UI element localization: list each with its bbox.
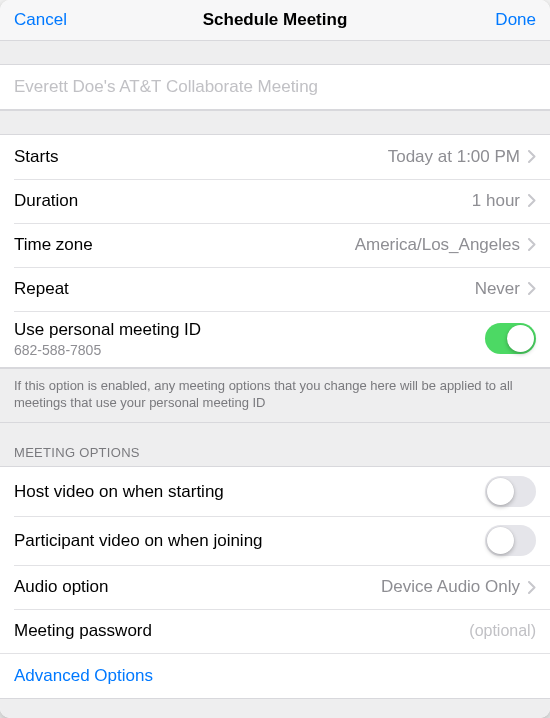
cancel-button[interactable]: Cancel [14, 10, 67, 30]
chevron-right-icon [528, 150, 536, 163]
toggle-knob [487, 527, 514, 554]
personal-meeting-id-row: Use personal meeting ID 682-588-7805 [0, 311, 550, 367]
pmi-label: Use personal meeting ID [14, 320, 201, 340]
chevron-right-icon [528, 581, 536, 594]
repeat-label: Repeat [14, 279, 69, 299]
chevron-right-icon [528, 194, 536, 207]
starts-value: Today at 1:00 PM [388, 147, 520, 167]
host-video-label: Host video on when starting [14, 482, 224, 502]
audio-option-row[interactable]: Audio option Device Audio Only [0, 565, 550, 609]
duration-value: 1 hour [472, 191, 520, 211]
page-title: Schedule Meeting [0, 10, 550, 30]
starts-row[interactable]: Starts Today at 1:00 PM [0, 135, 550, 179]
section-spacer [0, 41, 550, 66]
timezone-label: Time zone [14, 235, 93, 255]
pmi-footer-note: If this option is enabled, any meeting o… [0, 368, 550, 423]
timezone-value: America/Los_Angeles [355, 235, 520, 255]
meeting-password-row[interactable]: Meeting password (optional) [0, 609, 550, 653]
chevron-right-icon [528, 282, 536, 295]
repeat-value: Never [475, 279, 520, 299]
duration-row[interactable]: Duration 1 hour [0, 179, 550, 223]
bottom-spacer [0, 698, 550, 718]
participant-video-label: Participant video on when joining [14, 531, 263, 551]
audio-option-value: Device Audio Only [381, 577, 520, 597]
meeting-title-row[interactable] [0, 65, 550, 109]
repeat-row[interactable]: Repeat Never [0, 267, 550, 311]
advanced-options-link[interactable]: Advanced Options [0, 653, 550, 698]
starts-label: Starts [14, 147, 58, 167]
host-video-toggle[interactable] [485, 476, 536, 507]
navbar: Cancel Schedule Meeting Done [0, 0, 550, 41]
meeting-options-header: MEETING OPTIONS [0, 423, 550, 467]
toggle-knob [487, 478, 514, 505]
audio-option-label: Audio option [14, 577, 109, 597]
host-video-row: Host video on when starting [0, 467, 550, 516]
toggle-knob [507, 325, 534, 352]
participant-video-row: Participant video on when joining [0, 516, 550, 565]
meeting-password-placeholder: (optional) [469, 622, 536, 640]
meeting-title-input[interactable] [14, 77, 536, 97]
participant-video-toggle[interactable] [485, 525, 536, 556]
pmi-toggle[interactable] [485, 323, 536, 354]
done-button[interactable]: Done [495, 10, 536, 30]
pmi-value: 682-588-7805 [14, 342, 201, 358]
schedule-meeting-screen: Cancel Schedule Meeting Done Starts Toda… [0, 0, 550, 718]
chevron-right-icon [528, 238, 536, 251]
section-spacer [0, 110, 550, 135]
meeting-password-label: Meeting password [14, 621, 152, 641]
timezone-row[interactable]: Time zone America/Los_Angeles [0, 223, 550, 267]
duration-label: Duration [14, 191, 78, 211]
